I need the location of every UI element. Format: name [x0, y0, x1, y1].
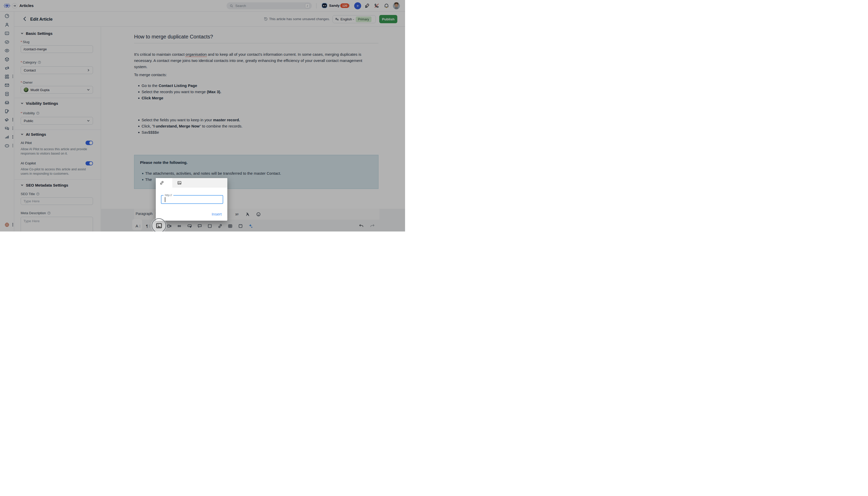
insert-button[interactable]: Insert: [212, 212, 222, 217]
insert-image-popover: http:// Insert: [156, 178, 227, 221]
link-icon: [160, 181, 164, 185]
url-field-label: http://: [164, 193, 173, 197]
url-input[interactable]: [162, 196, 223, 203]
url-field[interactable]: http://: [161, 195, 223, 204]
click-target-circle[interactable]: [152, 218, 166, 232]
tab-insert-link[interactable]: [156, 178, 172, 188]
popover-tabs: [156, 178, 227, 188]
image-icon: [177, 181, 182, 185]
text-caret: [165, 197, 165, 202]
tab-upload-image[interactable]: [172, 178, 186, 188]
app-root: Articles / Sandy 120 +: [0, 0, 405, 232]
insert-image-icon: [155, 222, 163, 229]
